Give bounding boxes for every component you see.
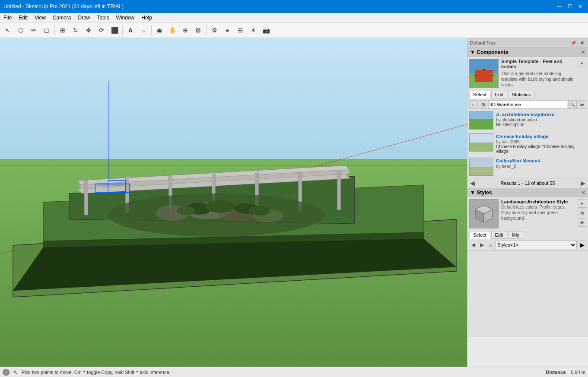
components-tab-statistics[interactable]: Statistics	[508, 91, 535, 98]
rotate-tool-button[interactable]: ↻	[70, 24, 82, 36]
result-name-2[interactable]: Chinese holiday village	[496, 133, 586, 139]
house-body	[475, 70, 493, 82]
components-preview-name: Simple Template - Feet and Inches	[501, 59, 575, 69]
result-item-3[interactable]: GallerySeri Menanti by bean_B	[467, 156, 588, 178]
menu-camera[interactable]: Camera	[49, 13, 75, 22]
components-section: ▼ Components ✕ Simple Template - Feet an…	[467, 48, 588, 188]
menu-view[interactable]: View	[31, 13, 49, 22]
menu-edit[interactable]: Edit	[15, 13, 31, 22]
app-title: Untitled - SketchUp Pro 2021 (31 days le…	[3, 3, 124, 10]
styles-home-button[interactable]: ⌂	[486, 241, 494, 249]
svg-rect-29	[97, 183, 123, 186]
components-close-button[interactable]: ✕	[581, 49, 585, 55]
svg-rect-17	[337, 171, 341, 210]
styles-tab-mix[interactable]: Mix	[508, 231, 523, 239]
components-home-button[interactable]: ⌂	[469, 100, 478, 109]
eraser-tool-button[interactable]: ⬡	[15, 24, 27, 36]
svg-point-24	[205, 200, 235, 213]
status-info-icon: i	[3, 369, 10, 376]
move-tool-button[interactable]: ✥	[83, 24, 95, 36]
refresh-tool-button[interactable]: ⟳	[95, 24, 108, 36]
orbit-tool-button[interactable]: ◉	[153, 24, 165, 36]
toolbar-sep-1	[54, 25, 55, 35]
components-preview-desc: This is a general user modeling template…	[501, 71, 575, 88]
styles-apply-button[interactable]: ▶	[578, 241, 586, 249]
components-section-title: ▼ Components	[470, 49, 509, 55]
styles-close-button[interactable]: ✕	[581, 190, 585, 196]
components-tabs: Select Edit Statistics	[467, 90, 588, 99]
components-list-button[interactable]: ⊞	[479, 100, 487, 109]
menu-window[interactable]: Window	[113, 13, 138, 22]
menu-tools[interactable]: Tools	[94, 13, 113, 22]
minimize-button[interactable]: —	[555, 2, 564, 11]
style-thumb-inner	[470, 200, 498, 228]
toolbar-sep-3	[151, 25, 152, 35]
components-search-input[interactable]	[488, 100, 567, 109]
result-desc-1: No Description	[496, 122, 586, 127]
menu-help[interactable]: Help	[138, 13, 156, 22]
camera-tool-button[interactable]: 📷	[260, 24, 272, 36]
zoom-tool-button[interactable]: ⊕	[179, 24, 191, 36]
result-name-3[interactable]: GallerySeri Menanti	[496, 158, 586, 164]
right-panel: Default Tray 📌 ✕ ▼ Components ✕	[467, 38, 588, 367]
components-results-list[interactable]: A. architektura krajobrazu by christinaf…	[467, 110, 588, 178]
tray-title: Default Tray	[470, 40, 496, 45]
menu-draw[interactable]: Draw	[75, 13, 94, 22]
shadows-tool-button[interactable]: ☀	[247, 24, 259, 36]
menu-file[interactable]: File	[0, 13, 15, 22]
zoomext-tool-button[interactable]: ⊠	[192, 24, 204, 36]
select-tool-button[interactable]: ↖	[2, 24, 14, 36]
styles-style-desc: Default face colors. Profile edges. Gray…	[501, 204, 575, 221]
titlebar: Untitled - SketchUp Pro 2021 (31 days le…	[0, 0, 588, 13]
viewport[interactable]	[0, 38, 467, 367]
shape-tool-button[interactable]: ◻	[41, 24, 53, 36]
menubar: File Edit View Camera Draw Tools Window …	[0, 13, 588, 22]
page-next-button[interactable]: ▶	[581, 180, 585, 187]
styles-settings-button[interactable]: ⚙	[578, 209, 586, 217]
pushpull-tool-button[interactable]: ⊞	[57, 24, 69, 36]
distance-label: Distance	[546, 370, 566, 375]
panel-scroll[interactable]: ▼ Components ✕ Simple Template - Feet an…	[467, 48, 588, 367]
styles-dropdown[interactable]: Styles<1> Styles<2> In Model	[495, 241, 577, 249]
styles-tool-button[interactable]: ⚙	[208, 24, 220, 36]
dim-tool-button[interactable]: ⬦	[137, 24, 149, 36]
styles-back-button[interactable]: ◀	[469, 241, 477, 249]
scene-svg	[0, 38, 467, 367]
toolbar-sep-2	[122, 25, 123, 35]
styles-preview-area: Landscape Architecture Style Default fac…	[467, 197, 588, 230]
cursor-icon: ↖	[13, 369, 18, 376]
components-search-button[interactable]: 🔍	[568, 100, 577, 109]
tray-pin-button[interactable]: 📌	[570, 39, 577, 46]
page-prev-button[interactable]: ◀	[470, 180, 475, 187]
results-count-text: Results 1 - 12 of about 55	[501, 181, 555, 186]
styles-section-header[interactable]: ▼ Styles ✕	[467, 188, 588, 197]
tray-close-button[interactable]: ✕	[578, 39, 585, 46]
pan-tool-button[interactable]: ✋	[166, 24, 178, 36]
styles-side-buttons: + ⚙ ⟳	[578, 199, 586, 227]
styles-add-button[interactable]: +	[578, 199, 586, 208]
result-item-2[interactable]: Chinese holiday village by tas_1985 Chin…	[467, 132, 588, 156]
components-tab-edit[interactable]: Edit	[491, 91, 507, 98]
components-settings-button[interactable]: ≫	[578, 100, 586, 109]
result-info-3: GallerySeri Menanti by bean_B	[496, 158, 586, 168]
styles-thumbnail	[469, 199, 499, 228]
pencil-tool-button[interactable]: ✏	[28, 24, 40, 36]
styles-tab-edit[interactable]: Edit	[491, 231, 507, 239]
components-add-button[interactable]: +	[578, 59, 586, 67]
layers-tool-button[interactable]: ☰	[234, 24, 246, 36]
result-name-1[interactable]: A. architektura krajobrazu	[496, 111, 586, 117]
text-tool-button[interactable]: A	[124, 24, 137, 36]
components-section-header[interactable]: ▼ Components ✕	[467, 48, 588, 57]
result-item-1[interactable]: A. architektura krajobrazu by christinaf…	[467, 110, 588, 132]
styles-tab-select[interactable]: Select	[469, 231, 490, 239]
maximize-button[interactable]: ☐	[566, 2, 574, 11]
scale-tool-button[interactable]: ⬛	[108, 24, 121, 36]
styles-refresh-button[interactable]: ⟳	[578, 218, 586, 227]
components-tab-select[interactable]: Select	[469, 91, 490, 98]
styles-info: Landscape Architecture Style Default fac…	[501, 199, 575, 221]
styles-tabs: Select Edit Mix	[467, 230, 588, 240]
status-hint-text: Pick two points to move. Ctrl = toggle C…	[22, 370, 543, 375]
sections-tool-button[interactable]: ≡	[221, 24, 233, 36]
styles-forward-button[interactable]: ▶	[478, 241, 486, 249]
close-button[interactable]: ✕	[576, 2, 585, 11]
